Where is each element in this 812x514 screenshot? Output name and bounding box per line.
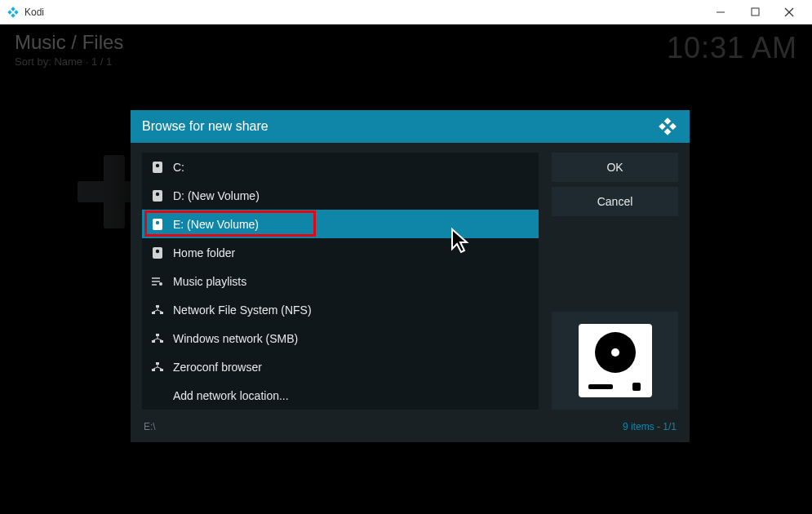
- list-item[interactable]: E: (New Volume): [142, 210, 539, 238]
- svg-line-21: [158, 310, 162, 312]
- svg-rect-29: [152, 369, 155, 371]
- dialog-title: Browse for new share: [142, 119, 657, 134]
- list-item-label: Music playlists: [173, 275, 246, 288]
- close-button[interactable]: [779, 2, 799, 22]
- svg-point-15: [159, 282, 162, 286]
- list-item[interactable]: C:: [142, 153, 539, 181]
- list-item-label: Add network location...: [173, 389, 289, 402]
- kodi-logo-icon: [7, 6, 20, 19]
- list-item[interactable]: Windows network (SMB): [142, 324, 539, 352]
- list-item-label: Windows network (SMB): [173, 332, 298, 345]
- svg-rect-24: [160, 340, 163, 343]
- harddrive-icon: [579, 324, 652, 397]
- svg-rect-16: [156, 305, 159, 308]
- list-item[interactable]: Music playlists: [142, 267, 539, 295]
- svg-line-27: [158, 339, 162, 340]
- network-icon: [150, 362, 165, 372]
- svg-rect-18: [160, 312, 163, 314]
- list-item[interactable]: Network File System (NFS): [142, 295, 539, 324]
- svg-line-32: [153, 367, 158, 369]
- svg-rect-22: [156, 334, 159, 336]
- playlist-icon: [150, 277, 165, 286]
- cancel-button[interactable]: Cancel: [552, 187, 678, 216]
- window-titlebar: Kodi: [0, 0, 812, 24]
- dialog-header: Browse for new share: [131, 110, 690, 143]
- svg-rect-1: [752, 8, 759, 16]
- network-icon: [150, 305, 165, 315]
- svg-rect-23: [152, 340, 155, 343]
- list-item-label: D: (New Volume): [173, 189, 260, 202]
- drive-icon: [150, 190, 165, 202]
- svg-point-7: [156, 192, 159, 195]
- browse-dialog: Browse for new share C: D: (New Volume) …: [131, 110, 690, 442]
- dialog-body: C: D: (New Volume) E: (New Volume) Home …: [131, 143, 690, 414]
- ok-label: OK: [606, 161, 623, 174]
- breadcrumb: Music / Files: [15, 31, 123, 54]
- svg-point-11: [156, 249, 159, 252]
- kodi-app: Music / Files Sort by: Name · 1 / 1 10:3…: [0, 24, 812, 514]
- svg-line-26: [153, 339, 158, 340]
- svg-line-20: [153, 310, 158, 312]
- background-header: Music / Files Sort by: Name · 1 / 1: [15, 31, 123, 68]
- footer-path: E:\: [144, 421, 156, 432]
- list-item-label: Network File System (NFS): [173, 304, 312, 317]
- kodi-logo-icon: [657, 116, 678, 137]
- sort-line: Sort by: Name · 1 / 1: [15, 55, 123, 68]
- list-item-label: C:: [173, 161, 184, 174]
- list-item[interactable]: D: (New Volume): [142, 181, 539, 210]
- list-item[interactable]: Home folder: [142, 238, 539, 267]
- svg-rect-17: [152, 312, 155, 314]
- clock: 10:31 AM: [667, 31, 797, 65]
- dialog-footer: E:\ 9 items - 1/1: [131, 414, 690, 442]
- list-item[interactable]: Zeroconf browser: [142, 352, 539, 381]
- maximize-button[interactable]: [745, 2, 765, 22]
- drive-icon: [150, 219, 165, 230]
- svg-rect-30: [160, 369, 163, 371]
- svg-line-33: [158, 367, 162, 369]
- list-item-label: E: (New Volume): [173, 218, 259, 231]
- dialog-side: OK Cancel: [552, 153, 678, 410]
- drive-icon: [150, 247, 165, 259]
- svg-point-5: [156, 163, 159, 166]
- list-item-label: Zeroconf browser: [173, 361, 262, 374]
- svg-point-9: [156, 220, 159, 224]
- window-controls: [711, 2, 805, 22]
- cancel-label: Cancel: [597, 195, 633, 208]
- location-list: C: D: (New Volume) E: (New Volume) Home …: [142, 153, 539, 410]
- footer-count: 9 items - 1/1: [623, 421, 677, 432]
- list-item[interactable]: Add network location...: [142, 381, 539, 410]
- network-icon: [150, 334, 165, 343]
- list-item-label: Home folder: [173, 246, 235, 259]
- ok-button[interactable]: OK: [552, 153, 678, 182]
- window-title: Kodi: [24, 7, 711, 18]
- svg-rect-28: [156, 362, 159, 365]
- preview-pane: [552, 312, 678, 410]
- drive-icon: [150, 162, 165, 173]
- minimize-button[interactable]: [711, 2, 730, 22]
